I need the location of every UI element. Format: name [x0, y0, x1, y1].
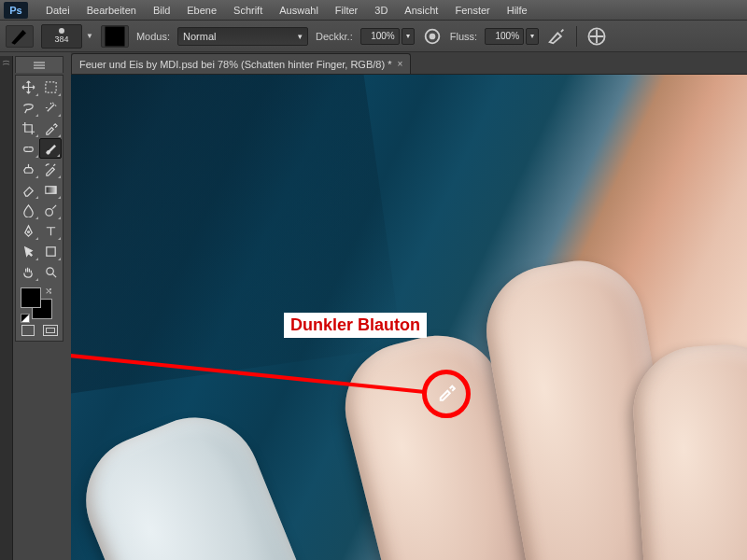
gradient-tool[interactable] — [39, 179, 62, 200]
divider — [576, 26, 577, 47]
blend-mode-value: Normal — [183, 31, 216, 42]
move-tool[interactable] — [17, 77, 39, 97]
document-tab-bar: Feuer und Eis by MDI.psd bei 78% (Schatt… — [71, 52, 747, 75]
shape-tool[interactable] — [39, 241, 62, 261]
options-bar: 384 ▼ Modus: Normal ▾ Deckkr.: 100% ▾ Fl… — [0, 21, 747, 52]
opacity-input[interactable]: 100% — [360, 28, 400, 45]
menu-image[interactable]: Bild — [145, 5, 178, 16]
healing-brush-tool[interactable] — [17, 138, 39, 159]
document-tab-title: Feuer und Eis by MDI.psd bei 78% (Schatt… — [79, 59, 391, 70]
marquee-tool[interactable] — [39, 77, 62, 97]
eraser-tool[interactable] — [17, 179, 39, 200]
blend-mode-select[interactable]: Normal ▾ — [177, 27, 308, 46]
menu-layer[interactable]: Ebene — [178, 5, 225, 16]
menu-file[interactable]: Datei — [37, 5, 78, 16]
type-tool[interactable] — [39, 220, 62, 241]
chevron-down-icon[interactable]: ▼ — [86, 32, 93, 40]
menu-type[interactable]: Schrift — [225, 5, 271, 16]
menu-bar: Ps Datei Bearbeiten Bild Ebene Schrift A… — [0, 0, 747, 21]
grip-icon — [34, 64, 45, 66]
tool-panel: ⤭ — [15, 75, 63, 342]
pressure-opacity-icon[interactable] — [422, 27, 443, 46]
svg-rect-6 — [45, 186, 55, 193]
svg-rect-9 — [46, 246, 54, 255]
path-select-tool[interactable] — [17, 241, 39, 261]
eyedropper-tool[interactable] — [39, 118, 62, 138]
airbrush-icon[interactable] — [546, 27, 567, 46]
collapse-arrows-icon: ⟨⟨ — [2, 60, 10, 65]
document-tab[interactable]: Feuer und Eis by MDI.psd bei 78% (Schatt… — [71, 53, 411, 74]
tool-panel-grip[interactable] — [15, 56, 63, 73]
swap-colors-icon[interactable]: ⤭ — [45, 286, 52, 296]
hand-tool[interactable] — [17, 261, 39, 282]
svg-line-11 — [71, 351, 425, 392]
flow-input[interactable]: 100% — [485, 28, 524, 45]
history-brush-tool[interactable] — [39, 159, 62, 179]
crop-tool[interactable] — [17, 118, 39, 138]
menu-3d[interactable]: 3D — [366, 5, 396, 16]
zoom-tool[interactable] — [39, 261, 62, 282]
menu-help[interactable]: Hilfe — [499, 5, 536, 16]
menu-edit[interactable]: Bearbeiten — [78, 5, 145, 16]
svg-rect-4 — [45, 81, 55, 91]
brush-dot-icon — [59, 28, 64, 34]
svg-point-2 — [430, 34, 434, 38]
opacity-label: Deckkr.: — [316, 31, 353, 42]
app-logo: Ps — [4, 2, 28, 19]
clone-stamp-tool[interactable] — [17, 159, 39, 179]
default-colors-icon[interactable] — [21, 314, 30, 323]
svg-point-10 — [46, 267, 53, 274]
brush-panel-toggle[interactable] — [101, 25, 129, 48]
pen-tool[interactable] — [17, 220, 39, 241]
menu-filter[interactable]: Filter — [327, 5, 366, 16]
menu-window[interactable]: Fenster — [446, 5, 498, 16]
blur-tool[interactable] — [17, 200, 39, 220]
canvas[interactable]: Dunkler Blauton — [71, 75, 747, 560]
foreground-color[interactable] — [21, 287, 41, 308]
dodge-tool[interactable] — [39, 200, 62, 220]
tool-preset-picker[interactable] — [6, 25, 34, 48]
annotation-arrow — [71, 75, 467, 448]
brush-tool[interactable] — [39, 138, 62, 159]
svg-rect-0 — [105, 26, 124, 46]
lasso-tool[interactable] — [17, 97, 39, 118]
screen-mode-toggle[interactable] — [43, 325, 58, 336]
opacity-dropdown[interactable]: ▾ — [402, 28, 415, 45]
pressure-size-icon[interactable] — [586, 27, 607, 46]
panel-dock-strip[interactable]: ⟨⟨ — [0, 56, 13, 560]
quick-mask-row — [17, 321, 62, 340]
close-icon[interactable]: × — [397, 59, 402, 69]
menu-view[interactable]: Ansicht — [396, 5, 446, 16]
blend-mode-label: Modus: — [136, 31, 170, 42]
brush-preset-picker[interactable]: 384 — [41, 24, 82, 49]
quick-mask-toggle[interactable] — [21, 325, 35, 336]
svg-point-7 — [45, 208, 52, 216]
flow-dropdown[interactable]: ▾ — [526, 28, 539, 45]
magic-wand-tool[interactable] — [39, 97, 62, 118]
chevron-down-icon: ▾ — [298, 32, 303, 41]
image-content — [629, 341, 747, 560]
menu-select[interactable]: Auswahl — [271, 5, 327, 16]
color-swatches: ⤭ — [17, 284, 62, 321]
svg-point-8 — [27, 231, 29, 232]
flow-label: Fluss: — [450, 31, 477, 42]
brush-size-value: 384 — [54, 35, 68, 44]
